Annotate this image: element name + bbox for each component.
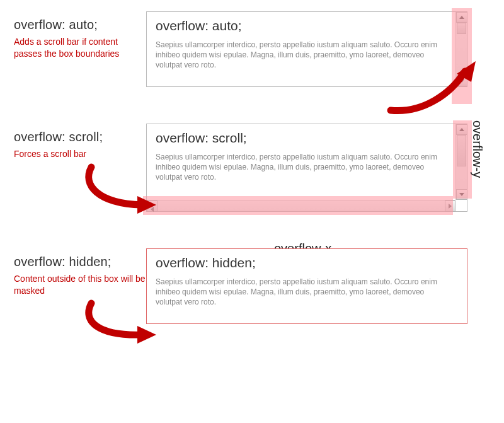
- chevron-right-icon: [449, 204, 452, 209]
- scroll-up-button[interactable]: [456, 124, 467, 135]
- panel-title: overflow: auto;: [156, 18, 458, 33]
- label-block: overflow: scroll; Forces a scroll bar: [14, 124, 146, 160]
- demo-panel-hidden: overflow: hidden; Saepius ullamcorper in…: [146, 248, 467, 324]
- chevron-down-icon: [459, 79, 464, 83]
- label-description: Adds a scroll bar if content passes the …: [14, 36, 146, 60]
- vertical-scrollbar[interactable]: [455, 124, 467, 200]
- row-overflow-scroll: overflow: scroll; Forces a scroll bar ov…: [0, 112, 504, 237]
- chevron-up-icon: [459, 16, 464, 19]
- scroll-down-button[interactable]: [456, 76, 467, 86]
- label-block: overflow: hidden; Content outside of thi…: [14, 248, 146, 297]
- demo-panel-scroll: overflow: scroll; Saepius ullamcorper in…: [146, 124, 467, 212]
- axis-y-label: overflow-y: [470, 120, 484, 178]
- scroll-up-button[interactable]: [456, 12, 467, 23]
- scroll-down-button[interactable]: [456, 189, 467, 200]
- label-title: overflow: hidden;: [14, 255, 146, 269]
- panel-body: Saepius ullamcorper interdico, persto ap…: [156, 277, 458, 308]
- svg-marker-2: [137, 326, 156, 344]
- chevron-down-icon: [459, 193, 464, 196]
- row-overflow-auto: overflow: auto; Adds a scroll bar if con…: [0, 0, 504, 112]
- horizontal-scrollbar[interactable]: [147, 200, 455, 211]
- panel-title: overflow: scroll;: [156, 130, 458, 146]
- scroll-thumb[interactable]: [457, 23, 466, 34]
- chevron-left-icon: [151, 207, 154, 212]
- panel-body: Saepius ullamcorper interdico, persto ap…: [156, 40, 458, 71]
- scroll-right-button[interactable]: [445, 200, 455, 212]
- demo-panel-auto: overflow: auto; Saepius ullamcorper inte…: [146, 11, 467, 87]
- label-title: overflow: auto;: [14, 18, 146, 32]
- vertical-scrollbar[interactable]: [455, 12, 467, 86]
- scroll-left-button[interactable]: [147, 200, 158, 212]
- label-title: overflow: scroll;: [14, 130, 146, 144]
- label-description: Content outside of this box will be mask…: [14, 273, 146, 297]
- panel-title: overflow: hidden;: [156, 255, 458, 270]
- row-overflow-hidden: overflow: hidden; Content outside of thi…: [0, 237, 504, 349]
- panel-body: Saepius ullamcorper interdico, persto ap…: [156, 152, 458, 183]
- label-description: Forces a scroll bar: [14, 148, 146, 160]
- chevron-up-icon: [459, 128, 464, 131]
- label-block: overflow: auto; Adds a scroll bar if con…: [14, 11, 146, 60]
- scroll-thumb[interactable]: [457, 135, 466, 166]
